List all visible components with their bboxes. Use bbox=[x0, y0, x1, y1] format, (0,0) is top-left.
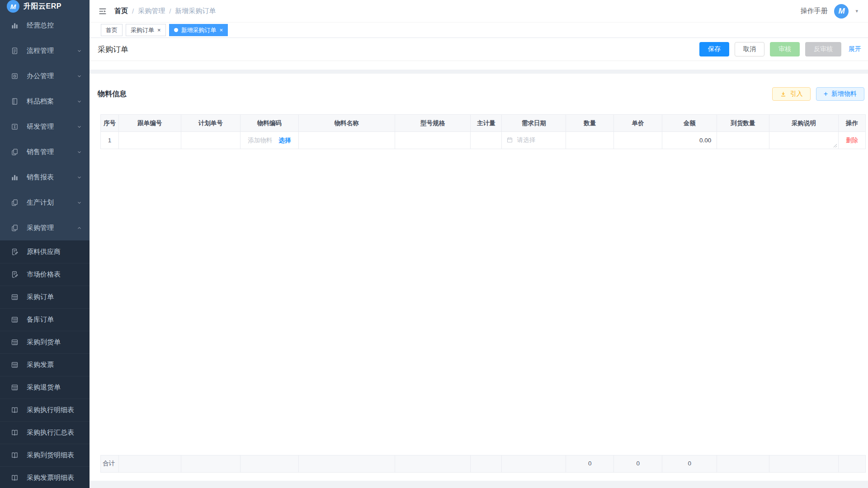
avatar[interactable]: M bbox=[834, 4, 849, 19]
tab-label: 采购订单 bbox=[131, 26, 154, 34]
chevron-down-icon bbox=[76, 200, 82, 206]
sidebar-subitem-purchase-invoice-detail[interactable]: 采购发票明细表 bbox=[0, 466, 90, 488]
section-title: 物料信息 bbox=[98, 89, 127, 99]
sidebar-item-production-plan[interactable]: 生产计划 bbox=[0, 190, 90, 215]
sidebar-item-rd[interactable]: 研发管理 bbox=[0, 114, 90, 139]
chevron-down-icon bbox=[76, 149, 82, 155]
expand-link[interactable]: 展开 bbox=[849, 45, 861, 53]
sidebar-subitem-label: 采购发票 bbox=[27, 361, 82, 369]
select-material-link[interactable]: 选择 bbox=[278, 137, 291, 144]
sidebar-menu: 经营总控 流程管理 办公管理 料品档案 研发管理 销售管理 bbox=[0, 13, 90, 488]
total-amount: 0 bbox=[662, 455, 717, 473]
bar-chart-icon bbox=[11, 174, 19, 181]
sidebar-subitem-raw-supplier[interactable]: 原料供应商 bbox=[0, 240, 90, 263]
sidebar-subitem-label: 备库订单 bbox=[27, 315, 82, 324]
sidebar-subitem-purchase-exec-summary[interactable]: 采购执行汇总表 bbox=[0, 421, 90, 444]
sidebar-subitem-purchase-arrival-detail[interactable]: 采购到货明细表 bbox=[0, 444, 90, 466]
tab-new-purchase-order[interactable]: 新增采购订单 × bbox=[169, 24, 228, 36]
column-header: 到货数量 bbox=[717, 115, 769, 132]
sidebar-subitem-label: 采购到货明细表 bbox=[27, 451, 82, 460]
material-code-cell[interactable]: 添加物料选择 bbox=[240, 132, 298, 149]
sidebar-submenu-purchase: 原料供应商 市场价格表 采购订单 备库订单 采购到货单 采购发票 bbox=[0, 240, 90, 488]
sidebar-subitem-stock-order[interactable]: 备库订单 bbox=[0, 308, 90, 331]
logo-icon: M bbox=[7, 0, 19, 13]
material-code-placeholder: 添加物料 bbox=[248, 137, 272, 144]
breadcrumb-separator: / bbox=[132, 7, 134, 15]
sidebar-subitem-purchase-invoice[interactable]: 采购发票 bbox=[0, 353, 90, 376]
chevron-down-icon bbox=[76, 124, 82, 130]
sidebar-subitem-purchase-exec-detail[interactable]: 采购执行明细表 bbox=[0, 399, 90, 421]
add-material-button[interactable]: + 新增物料 bbox=[816, 87, 864, 101]
table-grid-icon bbox=[11, 338, 19, 346]
breadcrumb-home[interactable]: 首页 bbox=[114, 7, 128, 15]
resize-handle-icon[interactable] bbox=[833, 144, 837, 148]
top-navbar: 首页 / 采购管理 / 新增采购订单 操作手册 M ▾ bbox=[90, 0, 868, 23]
total-empty-cell bbox=[769, 455, 839, 473]
unaudit-button[interactable]: 反审核 bbox=[805, 42, 841, 56]
sidebar-subitem-market-price[interactable]: 市场价格表 bbox=[0, 263, 90, 286]
table-header-row: 序号 跟单编号 计划单号 物料编码 物料名称 型号规格 主计量 需求日期 数量 … bbox=[101, 115, 866, 132]
arrival-qty-cell[interactable] bbox=[717, 132, 769, 149]
total-empty-cell bbox=[395, 455, 471, 473]
column-header: 计划单号 bbox=[181, 115, 240, 132]
sidebar-item-materials-archive[interactable]: 料品档案 bbox=[0, 89, 90, 114]
save-button[interactable]: 保存 bbox=[699, 42, 729, 56]
delete-row-link[interactable]: 删除 bbox=[846, 137, 858, 144]
purchase-note-cell[interactable] bbox=[769, 132, 839, 149]
close-icon[interactable]: × bbox=[157, 27, 161, 33]
header-actions: 保存 取消 审核 反审核 展开 bbox=[699, 42, 865, 56]
tab-purchase-order[interactable]: 采购订单 × bbox=[126, 24, 166, 36]
tabs-bar: 首页 采购订单 × 新增采购订单 × bbox=[90, 23, 868, 38]
page-content: 采购订单 保存 取消 审核 反审核 展开 物料信息 引入 bbox=[90, 38, 868, 488]
sidebar-item-purchase[interactable]: 采购管理 bbox=[0, 215, 90, 240]
sidebar-subitem-label: 采购发票明细表 bbox=[27, 474, 82, 482]
column-header: 需求日期 bbox=[502, 115, 566, 132]
materials-table: 序号 跟单编号 计划单号 物料编码 物料名称 型号规格 主计量 需求日期 数量 … bbox=[90, 114, 868, 481]
sidebar-item-sales[interactable]: 销售管理 bbox=[0, 139, 90, 164]
page-title: 采购订单 bbox=[98, 44, 128, 55]
import-button[interactable]: 引入 bbox=[772, 87, 811, 101]
caret-down-icon[interactable]: ▾ bbox=[855, 8, 858, 14]
copy-icon bbox=[11, 224, 19, 232]
cancel-button[interactable]: 取消 bbox=[735, 42, 764, 56]
sidebar-subitem-label: 原料供应商 bbox=[27, 248, 82, 256]
sidebar-subitem-purchase-return[interactable]: 采购退货单 bbox=[0, 376, 90, 399]
sidebar-item-process[interactable]: 流程管理 bbox=[0, 38, 90, 63]
column-header: 数量 bbox=[566, 115, 614, 132]
menu-fold-icon[interactable] bbox=[98, 7, 107, 16]
sidebar-item-dashboard[interactable]: 经营总控 bbox=[0, 13, 90, 38]
plan-no-cell[interactable] bbox=[181, 132, 240, 149]
close-icon[interactable]: × bbox=[220, 27, 223, 33]
sidebar-item-label: 料品档案 bbox=[27, 97, 68, 106]
unit-price-cell[interactable] bbox=[614, 132, 662, 149]
amount-cell: 0.00 bbox=[662, 132, 717, 149]
sidebar-subitem-purchase-order[interactable]: 采购订单 bbox=[0, 286, 90, 308]
breadcrumb-purchase: 采购管理 bbox=[138, 7, 165, 15]
tracking-no-cell[interactable] bbox=[118, 132, 181, 149]
sidebar-subitem-purchase-arrival[interactable]: 采购到货单 bbox=[0, 331, 90, 353]
document-icon bbox=[11, 47, 19, 55]
demand-date-cell[interactable]: 请选择 bbox=[502, 132, 566, 149]
total-label: 合计 bbox=[101, 455, 119, 473]
total-empty-cell bbox=[471, 455, 502, 473]
materials-actions: 引入 + 新增物料 bbox=[772, 87, 864, 101]
open-book-icon bbox=[11, 406, 19, 414]
model-spec-cell[interactable] bbox=[395, 132, 471, 149]
manual-link[interactable]: 操作手册 bbox=[800, 7, 827, 15]
breadcrumb-current: 新增采购订单 bbox=[175, 7, 216, 15]
total-unit-price: 0 bbox=[614, 455, 662, 473]
column-header: 采购说明 bbox=[769, 115, 839, 132]
app-logo[interactable]: M 升阳云ERP bbox=[0, 0, 90, 13]
tab-label: 首页 bbox=[106, 26, 118, 34]
unit-cell[interactable] bbox=[471, 132, 502, 149]
sidebar-item-sales-report[interactable]: 销售报表 bbox=[0, 164, 90, 190]
quantity-cell[interactable] bbox=[566, 132, 614, 149]
book-icon bbox=[11, 98, 19, 105]
plus-icon: + bbox=[824, 90, 828, 98]
open-book-icon bbox=[11, 474, 19, 482]
tab-home[interactable]: 首页 bbox=[101, 24, 123, 36]
material-name-cell[interactable] bbox=[298, 132, 395, 149]
breadcrumb-separator: / bbox=[169, 7, 171, 15]
sidebar-item-office[interactable]: 办公管理 bbox=[0, 63, 90, 89]
audit-button[interactable]: 审核 bbox=[770, 42, 800, 56]
